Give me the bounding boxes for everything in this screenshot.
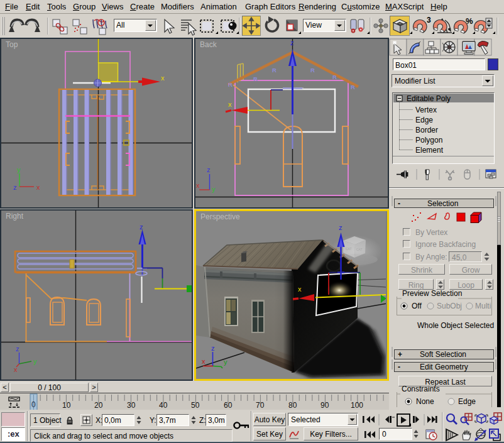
svg-text:0: 0 bbox=[31, 400, 36, 409]
svg-text:z: z bbox=[211, 344, 215, 352]
svg-text:y: y bbox=[33, 358, 37, 365]
svg-text:3: 3 bbox=[427, 16, 431, 25]
svg-text:%: % bbox=[466, 16, 473, 26]
svg-text:R: R bbox=[310, 67, 315, 74]
svg-text:z: z bbox=[290, 39, 294, 46]
svg-text:x: x bbox=[298, 285, 302, 293]
svg-text:R: R bbox=[332, 74, 337, 80]
svg-text:x: x bbox=[14, 366, 18, 373]
svg-text:x: x bbox=[36, 183, 40, 191]
svg-text:R: R bbox=[272, 67, 277, 74]
svg-text:x: x bbox=[196, 182, 200, 189]
svg-text:CAT: CAT bbox=[346, 247, 352, 251]
svg-text:z: z bbox=[16, 345, 19, 353]
svg-text:z: z bbox=[140, 223, 143, 231]
svg-text:z: z bbox=[339, 224, 342, 231]
svg-text:z: z bbox=[13, 183, 17, 191]
svg-text:y: y bbox=[212, 185, 216, 193]
svg-text:R: R bbox=[253, 75, 258, 82]
svg-text:CAT: CAT bbox=[356, 248, 363, 251]
svg-text:x: x bbox=[161, 74, 165, 82]
svg-text:R: R bbox=[228, 81, 233, 88]
svg-text:y: y bbox=[224, 358, 227, 366]
svg-text:x: x bbox=[228, 101, 232, 108]
svg-text:x: x bbox=[202, 358, 205, 365]
svg-text:R: R bbox=[351, 84, 355, 90]
svg-text:z: z bbox=[207, 166, 211, 173]
svg-text:y: y bbox=[17, 166, 21, 173]
